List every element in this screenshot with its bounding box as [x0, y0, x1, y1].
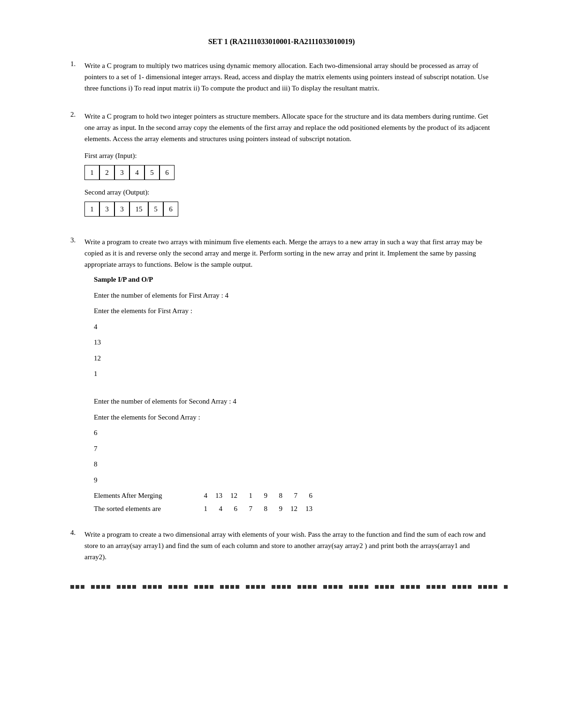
q3-sample-line-1: Enter the number of elements for First A… [94, 290, 493, 302]
q4-text: Write a program to create a two dimensio… [84, 529, 493, 563]
dot [375, 585, 379, 589]
dot [179, 585, 183, 589]
sorted-val: 8 [257, 503, 267, 515]
dot [81, 585, 84, 589]
dot [246, 585, 250, 589]
q3-sorted-row: The sorted elements are 1 4 6 7 8 9 12 1… [94, 503, 493, 515]
array-cell: 5 [145, 165, 160, 180]
dot [148, 585, 152, 589]
q3-sample-line-8: Enter the elements for Second Array : [94, 412, 493, 424]
dots-row [70, 585, 493, 589]
q4-number: 4. [70, 529, 84, 537]
q3-sample-line-11: 8 [94, 458, 493, 471]
dot [174, 585, 177, 589]
dot [328, 585, 332, 589]
dot [354, 585, 358, 589]
dot [96, 585, 100, 589]
q2-first-array-label: First array (Input): [84, 150, 493, 161]
dot [380, 585, 384, 589]
merge-val: 4 [197, 490, 207, 502]
q2-first-array: 1 2 3 4 5 6 [84, 165, 493, 180]
dot [168, 585, 172, 589]
dot [468, 585, 472, 589]
dot [457, 585, 461, 589]
q3-sample: Sample I/P and O/P Enter the number of e… [94, 274, 493, 515]
dot [323, 585, 327, 589]
q3-sample-line-3: 4 [94, 321, 493, 333]
array-cell: 15 [129, 202, 148, 217]
q3-text: Write a program to create two arrays wit… [84, 236, 493, 270]
merge-val: 1 [242, 490, 252, 502]
array-cell: 6 [160, 165, 175, 180]
merge-val: 7 [287, 490, 297, 502]
sorted-val: 4 [212, 503, 222, 515]
dot [127, 585, 131, 589]
dot [297, 585, 301, 589]
dot [272, 585, 275, 589]
page: SET 1 (RA2111033010001-RA2111033010019) … [70, 0, 493, 617]
q1-content: Write a C program to multiply two matric… [84, 60, 493, 98]
q2-second-array-label: Second array (Output): [84, 187, 493, 198]
q2-text: Write a C program to hold two integer po… [84, 111, 493, 144]
dot [137, 585, 141, 589]
dot [251, 585, 255, 589]
dot [318, 585, 322, 589]
q1-text: Write a C program to multiply two matric… [84, 60, 493, 94]
dot [385, 585, 389, 589]
dot [122, 585, 126, 589]
dot [292, 585, 296, 589]
dot [473, 585, 477, 589]
dot [236, 585, 239, 589]
sorted-val: 12 [287, 503, 297, 515]
dot [401, 585, 404, 589]
dot [132, 585, 136, 589]
dot [225, 585, 229, 589]
dot [432, 585, 435, 589]
array-cell: 3 [99, 202, 114, 217]
dot [452, 585, 456, 589]
q3-sample-line-12: 9 [94, 474, 493, 487]
sorted-val: 9 [272, 503, 282, 515]
dot [349, 585, 353, 589]
q3-sorted-values: 1 4 6 7 8 9 12 13 [197, 503, 312, 515]
q3-sample-line-7: Enter the number of elements for Second … [94, 396, 493, 408]
dot [205, 585, 208, 589]
array-cell: 4 [129, 165, 145, 180]
q3-merge-label: Elements After Merging [94, 490, 197, 502]
dot [396, 585, 399, 589]
dot [303, 585, 306, 589]
question-1: 1. Write a C program to multiply two mat… [70, 60, 493, 98]
dot [266, 585, 270, 589]
q2-number: 2. [70, 111, 84, 119]
dot [488, 585, 492, 589]
merge-val: 12 [227, 490, 237, 502]
dot [86, 585, 90, 589]
sorted-val: 1 [197, 503, 207, 515]
dot [199, 585, 203, 589]
dot [359, 585, 363, 589]
q3-number: 3. [70, 236, 84, 244]
dot [230, 585, 234, 589]
dot [189, 585, 193, 589]
dot [210, 585, 213, 589]
dot [215, 585, 219, 589]
dot [365, 585, 368, 589]
dot [334, 585, 337, 589]
dot [112, 585, 115, 589]
array-cell: 6 [163, 202, 178, 217]
dot [426, 585, 430, 589]
q2-second-array: 1 3 3 15 5 6 [84, 202, 493, 217]
dot [339, 585, 342, 589]
dot [241, 585, 244, 589]
dot [478, 585, 482, 589]
dot [91, 585, 95, 589]
array-cell: 3 [114, 165, 129, 180]
q3-sample-line-6: 1 [94, 368, 493, 380]
merge-val: 8 [272, 490, 282, 502]
dot [261, 585, 265, 589]
questions-list: 1. Write a C program to multiply two mat… [70, 60, 493, 566]
dot [158, 585, 162, 589]
merge-val: 6 [302, 490, 312, 502]
dot [499, 585, 502, 589]
dot [76, 585, 79, 589]
